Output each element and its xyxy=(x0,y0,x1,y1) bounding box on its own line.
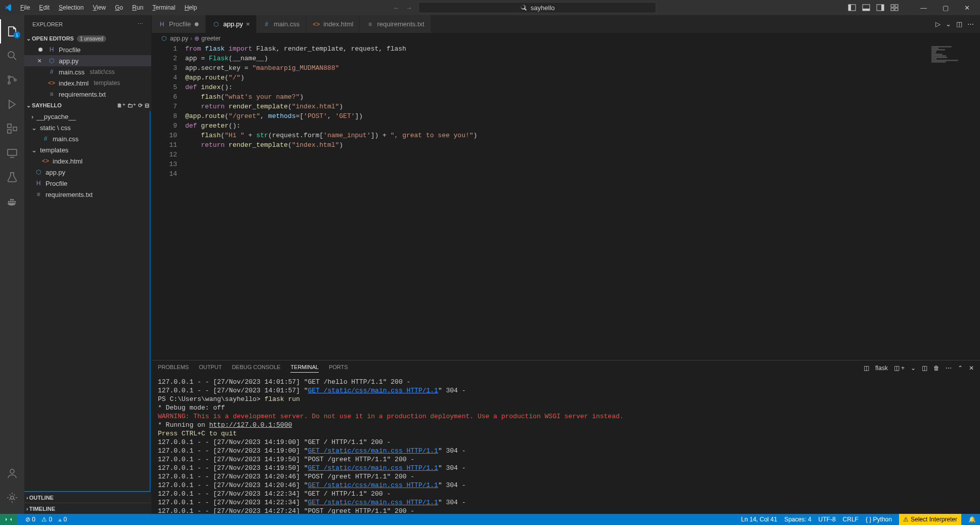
workspace-header[interactable]: ⌄ SAYHELLO 🗎⁺ 🗀⁺ ⟳ ⊟ xyxy=(24,100,151,111)
svg-rect-15 xyxy=(8,130,11,133)
terminal-dropdown-icon[interactable]: ⌄ xyxy=(911,365,916,372)
panel-tab-debug-console[interactable]: DEBUG CONSOLE xyxy=(232,364,280,373)
file-item[interactable]: ≡requirements.txt xyxy=(24,189,150,200)
minimap[interactable]: ████████████████████████████████████████… xyxy=(929,44,980,360)
svg-point-11 xyxy=(8,76,10,78)
svg-rect-8 xyxy=(891,8,894,11)
menu-help[interactable]: Help xyxy=(181,2,201,13)
terminal-output[interactable]: 127.0.0.1 - - [27/Nov/2023 14:01:57] "GE… xyxy=(152,376,980,514)
menu-terminal[interactable]: Terminal xyxy=(148,2,179,13)
activity-testing[interactable] xyxy=(0,165,24,189)
activity-settings[interactable] xyxy=(0,486,24,510)
new-folder-icon[interactable]: 🗀⁺ xyxy=(127,102,136,109)
run-icon[interactable]: ▷ xyxy=(935,20,941,28)
folder-item[interactable]: › __pycache__ xyxy=(24,111,150,122)
menu-selection[interactable]: Selection xyxy=(55,2,88,13)
open-editor-item[interactable]: ≡requirements.txt xyxy=(24,89,151,100)
status-errors[interactable]: ⊘ 0 xyxy=(25,516,35,523)
activity-accounts[interactable] xyxy=(0,461,24,486)
sidebar-title: EXPLORER xyxy=(32,21,63,27)
run-dropdown-icon[interactable]: ⌄ xyxy=(946,20,951,28)
open-editor-item[interactable]: HProcfile xyxy=(24,44,151,55)
editor-body[interactable]: 1234567891011121314 from flask import Fl… xyxy=(152,44,980,360)
panel-tab-ports[interactable]: PORTS xyxy=(329,364,348,373)
file-item[interactable]: #main.css xyxy=(24,133,150,144)
activity-search[interactable] xyxy=(0,44,24,68)
remote-button[interactable] xyxy=(0,514,17,525)
nav-forward-icon[interactable]: → xyxy=(406,4,412,12)
search-text: sayhello xyxy=(531,4,555,12)
svg-point-18 xyxy=(10,469,14,473)
status-spaces[interactable]: Spaces: 4 xyxy=(784,516,811,523)
status-warnings[interactable]: ⚠ 0 xyxy=(41,516,52,523)
outline-header[interactable]: › OUTLINE xyxy=(24,492,151,503)
status-position[interactable]: Ln 14, Col 41 xyxy=(741,516,777,523)
terminal-name[interactable]: flask xyxy=(875,365,888,372)
editor-more-icon[interactable]: ⋯ xyxy=(967,20,974,28)
layout-customize-icon[interactable] xyxy=(890,4,899,12)
activity-scm[interactable] xyxy=(0,68,24,92)
folder-item[interactable]: ⌄ templates xyxy=(24,144,150,155)
statusbar: ⊘ 0 ⚠ 0 ⟁ 0 Ln 14, Col 41 Spaces: 4 UTF-… xyxy=(0,514,980,525)
status-eol[interactable]: CRLF xyxy=(843,516,859,523)
outline-label: OUTLINE xyxy=(29,495,54,501)
new-file-icon[interactable]: 🗎⁺ xyxy=(117,102,125,109)
folder-item[interactable]: ⌄ static \ css xyxy=(24,122,150,133)
tab-index-html[interactable]: <>index.html xyxy=(306,15,360,33)
svg-rect-17 xyxy=(8,149,17,155)
breadcrumb[interactable]: ⬡ app.py › ⊕ greeter xyxy=(152,33,980,44)
tab-requirements-txt[interactable]: ≡requirements.txt xyxy=(360,15,431,33)
refresh-icon[interactable]: ⟳ xyxy=(138,102,143,109)
timeline-header[interactable]: › TIMELINE xyxy=(24,503,151,514)
activity-debug[interactable] xyxy=(0,92,24,116)
open-editors-header[interactable]: ⌄ OPEN EDITORS 1 unsaved xyxy=(24,33,151,44)
panel-tab-terminal[interactable]: TERMINAL xyxy=(290,364,319,373)
open-editor-item[interactable]: <>index.htmltemplates xyxy=(24,77,151,89)
menu-file[interactable]: File xyxy=(16,2,34,13)
file-item[interactable]: <>index.html xyxy=(24,155,150,167)
file-item[interactable]: HProcfile xyxy=(24,178,150,189)
close-panel-icon[interactable]: ✕ xyxy=(969,365,974,372)
maximize-button[interactable]: ▢ xyxy=(936,4,954,12)
layout-panel-bottom-icon[interactable] xyxy=(862,4,870,12)
panel-tabs: PROBLEMSOUTPUTDEBUG CONSOLETERMINALPORTS… xyxy=(152,360,980,376)
status-interpreter[interactable]: ⚠ Select Interpreter xyxy=(899,514,961,525)
layout-panel-left-icon[interactable] xyxy=(848,4,856,12)
panel-more-icon[interactable]: ⋯ xyxy=(946,365,952,372)
menu-view[interactable]: View xyxy=(89,2,110,13)
code-content[interactable]: from flask import Flask, render_template… xyxy=(185,44,929,360)
activity-explorer[interactable]: 1 xyxy=(0,19,24,44)
activity-extensions[interactable] xyxy=(0,116,24,141)
open-editor-item[interactable]: ×⬡app.py xyxy=(24,55,151,66)
status-encoding[interactable]: UTF-8 xyxy=(819,516,836,523)
menubar: FileEditSelectionViewGoRunTerminalHelp xyxy=(16,2,201,13)
kill-terminal-icon[interactable]: 🗑 xyxy=(933,365,940,372)
activity-remote[interactable] xyxy=(0,141,24,165)
split-editor-icon[interactable]: ◫ xyxy=(956,20,962,28)
tab-main-css[interactable]: #main.css xyxy=(257,15,306,33)
open-editor-item[interactable]: #main.cssstatic\css xyxy=(24,66,151,77)
tab-app-py[interactable]: ⬡app.py× xyxy=(206,15,257,33)
command-center[interactable]: sayhello xyxy=(418,2,656,13)
collapse-icon[interactable]: ⊟ xyxy=(145,102,149,109)
menu-edit[interactable]: Edit xyxy=(35,2,54,13)
panel-tab-output[interactable]: OUTPUT xyxy=(199,364,222,373)
new-terminal-icon[interactable]: ◫ + xyxy=(894,365,905,372)
split-terminal-icon[interactable]: ◫ xyxy=(864,365,869,372)
status-ports[interactable]: ⟁ 0 xyxy=(58,516,67,523)
sidebar-more-icon[interactable]: ⋯ xyxy=(138,21,143,27)
tab-Procfile[interactable]: HProcfile● xyxy=(152,15,206,33)
activity-docker[interactable] xyxy=(0,189,24,214)
panel-tab-problems[interactable]: PROBLEMS xyxy=(158,364,189,373)
file-item[interactable]: ⬡app.py xyxy=(24,167,150,178)
status-language[interactable]: { } Python xyxy=(866,516,892,523)
menu-run[interactable]: Run xyxy=(128,2,147,13)
status-notifications-icon[interactable]: 🔔 xyxy=(968,516,976,523)
close-button[interactable]: ✕ xyxy=(958,4,976,12)
minimize-button[interactable]: — xyxy=(915,4,932,12)
menu-go[interactable]: Go xyxy=(111,2,127,13)
nav-back-icon[interactable]: ← xyxy=(393,4,400,12)
layout-panel-right-icon[interactable] xyxy=(876,4,884,12)
maximize-panel-icon[interactable]: ⌃ xyxy=(958,365,963,372)
split-icon[interactable]: ◫ xyxy=(922,365,927,372)
